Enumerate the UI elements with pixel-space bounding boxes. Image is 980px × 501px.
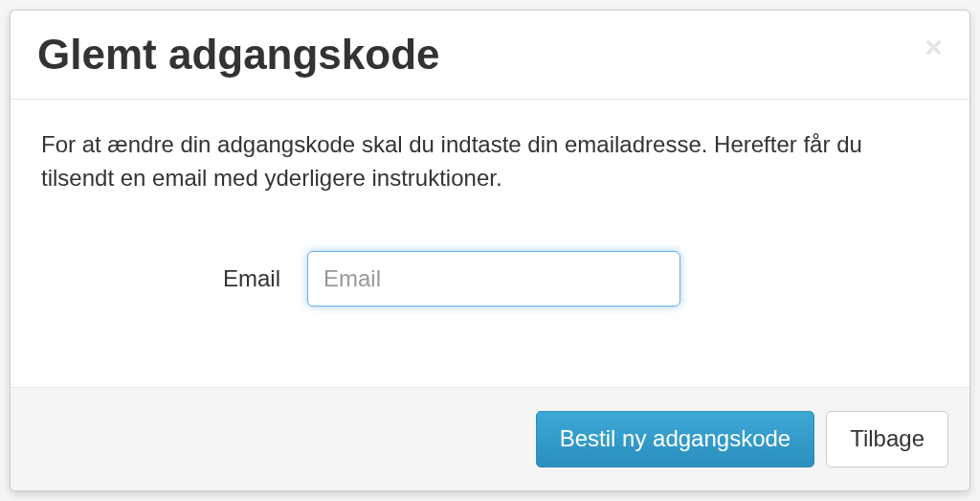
modal-header: Glemt adgangskode × <box>11 11 969 100</box>
email-label: Email <box>223 265 280 292</box>
instructions-text: For at ændre din adgangskode skal du ind… <box>41 128 939 195</box>
modal-body: For at ændre din adgangskode skal du ind… <box>11 100 969 387</box>
close-icon[interactable]: × <box>924 32 943 62</box>
modal-title: Glemt adgangskode <box>37 32 440 78</box>
modal-footer: Bestil ny adgangskode Tilbage <box>11 387 969 490</box>
submit-button[interactable]: Bestil ny adgangskode <box>536 411 815 467</box>
email-field[interactable] <box>307 251 680 307</box>
email-form-row: Email <box>41 251 939 307</box>
forgot-password-modal: Glemt adgangskode × For at ændre din adg… <box>10 10 970 491</box>
back-button[interactable]: Tilbage <box>826 411 948 467</box>
